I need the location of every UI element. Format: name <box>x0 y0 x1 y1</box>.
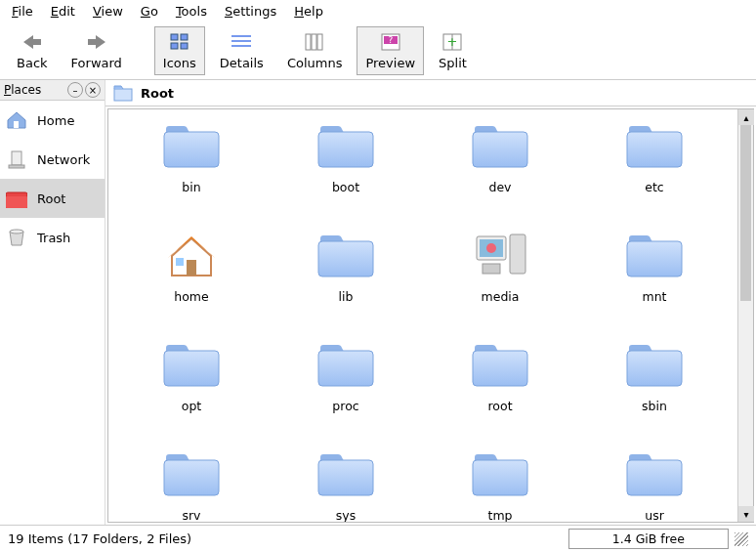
svg-rect-8 <box>181 34 188 40</box>
homefolder-icon <box>162 229 221 279</box>
rootfolder-icon <box>6 189 27 208</box>
menu-help[interactable]: Help <box>294 4 323 19</box>
file-item-srv[interactable]: srv <box>118 447 265 522</box>
folder-icon <box>471 119 529 170</box>
file-item-tmp[interactable]: tmp <box>427 447 573 522</box>
details-view-button[interactable]: Details <box>211 26 273 75</box>
folder-icon <box>162 119 221 170</box>
folder-icon <box>162 447 221 498</box>
scroll-down-icon[interactable]: ▾ <box>738 506 754 522</box>
menu-view[interactable]: View <box>93 4 123 19</box>
svg-rect-12 <box>231 40 251 42</box>
svg-rect-23 <box>114 89 132 101</box>
arrow-left-icon <box>21 31 44 53</box>
folder-icon <box>316 119 375 170</box>
toolbar: Back Forward Icons Details Columns ? Pre… <box>0 22 756 80</box>
back-button[interactable]: Back <box>8 26 57 75</box>
svg-rect-25 <box>176 258 184 266</box>
preview-icon: ? <box>379 31 402 53</box>
file-item-sbin[interactable]: sbin <box>581 338 728 413</box>
folder-icon <box>471 447 529 498</box>
folder-icon <box>316 229 375 279</box>
scrollbar[interactable]: ▴ ▾ <box>737 109 753 522</box>
file-item-dev[interactable]: dev <box>427 119 573 194</box>
sidebar-item-home[interactable]: Home <box>0 101 105 140</box>
svg-rect-30 <box>483 264 500 274</box>
folder-icon <box>625 447 684 498</box>
menu-edit[interactable]: Edit <box>51 4 75 19</box>
folder-icon <box>113 84 133 102</box>
menu-go[interactable]: Go <box>141 4 158 19</box>
file-item-root[interactable]: root <box>427 338 573 413</box>
path-title: Root <box>141 86 174 101</box>
scroll-thumb[interactable] <box>740 125 751 301</box>
columns-view-button[interactable]: Columns <box>278 26 352 75</box>
details-icon <box>230 31 253 53</box>
file-item-lib[interactable]: lib <box>273 229 419 304</box>
svg-text:+: + <box>447 34 458 49</box>
file-item-bin[interactable]: bin <box>118 119 265 194</box>
file-item-proc[interactable]: proc <box>273 338 419 413</box>
file-item-boot[interactable]: boot <box>273 119 419 194</box>
folder-icon <box>471 338 529 389</box>
columns-icon <box>303 31 326 53</box>
menu-settings[interactable]: Settings <box>225 4 276 19</box>
menubar: File Edit View Go Tools Settings Help <box>0 0 756 22</box>
forward-button[interactable]: Forward <box>63 26 131 75</box>
folder-icon <box>162 338 221 389</box>
folder-icon <box>316 338 375 389</box>
svg-rect-9 <box>171 43 178 49</box>
svg-rect-16 <box>317 34 322 50</box>
icons-icon <box>168 31 191 53</box>
icons-view-button[interactable]: Icons <box>154 26 205 75</box>
folder-icon <box>625 229 684 279</box>
svg-rect-13 <box>231 45 251 47</box>
pathbar: Root <box>105 80 756 106</box>
sidebar: Places – × HomeNetworkRootTrash <box>0 80 105 525</box>
file-item-usr[interactable]: usr <box>581 447 728 522</box>
folder-icon <box>316 447 375 498</box>
svg-rect-11 <box>231 35 251 37</box>
computer-icon <box>471 229 529 279</box>
file-grid[interactable]: binbootdevetchomelibmediamntoptprocroots… <box>108 109 737 522</box>
file-item-sys[interactable]: sys <box>273 447 419 522</box>
network-icon <box>6 149 27 169</box>
scroll-up-icon[interactable]: ▴ <box>738 109 754 125</box>
resize-grip-icon[interactable] <box>735 532 748 546</box>
sidebar-item-network[interactable]: Network <box>0 140 105 179</box>
file-item-etc[interactable]: etc <box>581 119 728 194</box>
svg-rect-14 <box>306 34 311 50</box>
arrow-right-icon <box>85 31 108 53</box>
sidebar-header: Places – × <box>0 80 105 101</box>
svg-rect-7 <box>171 34 178 40</box>
statusbar: 19 Items (17 Folders, 2 Files) 1.4 GiB f… <box>0 525 756 552</box>
menu-file[interactable]: File <box>12 4 33 19</box>
folder-icon <box>625 338 684 389</box>
status-free: 1.4 GiB free <box>568 529 729 549</box>
trash-icon <box>6 228 27 247</box>
sidebar-item-root[interactable]: Root <box>0 179 105 218</box>
svg-text:?: ? <box>388 35 393 45</box>
svg-rect-29 <box>510 234 525 274</box>
close-icon[interactable]: × <box>85 82 101 98</box>
menu-tools[interactable]: Tools <box>176 4 207 19</box>
folder-icon <box>625 119 684 170</box>
preview-button[interactable]: ? Preview <box>357 26 424 75</box>
svg-rect-10 <box>181 43 188 49</box>
split-button[interactable]: + Split <box>430 26 476 75</box>
minimize-icon[interactable]: – <box>67 82 83 98</box>
status-items: 19 Items (17 Folders, 2 Files) <box>8 531 191 546</box>
sidebar-item-trash[interactable]: Trash <box>0 218 105 257</box>
house-icon <box>6 110 27 130</box>
file-item-media[interactable]: media <box>427 229 573 304</box>
file-item-home[interactable]: home <box>118 229 265 304</box>
svg-rect-15 <box>312 34 316 50</box>
svg-rect-24 <box>187 260 196 276</box>
file-item-opt[interactable]: opt <box>118 338 265 413</box>
svg-point-28 <box>486 243 496 253</box>
split-icon: + <box>441 31 464 53</box>
file-item-mnt[interactable]: mnt <box>581 229 728 304</box>
